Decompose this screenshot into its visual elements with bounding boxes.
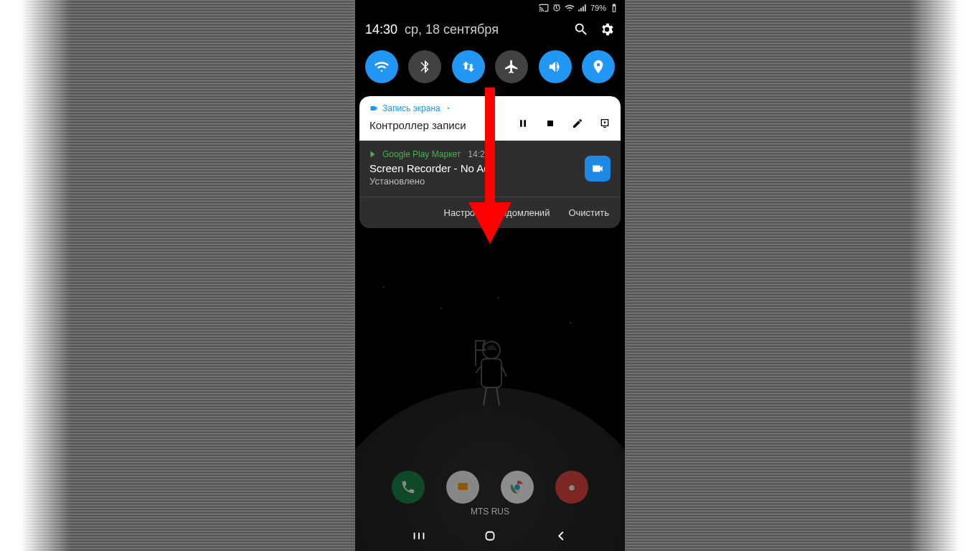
pause-button[interactable] (517, 118, 529, 132)
data-transfer-icon (461, 59, 476, 75)
back-button[interactable] (553, 528, 569, 544)
svg-line-3 (476, 366, 481, 373)
toggle-sound[interactable] (539, 50, 572, 83)
camcorder-icon (369, 104, 378, 113)
volume-icon (547, 59, 563, 75)
home-button[interactable] (482, 528, 498, 544)
play-subtitle: Установлено (369, 176, 611, 187)
svg-line-6 (496, 387, 499, 405)
notification-settings-button[interactable]: Настройки уведомлений (444, 207, 550, 218)
gear-icon[interactable] (599, 22, 615, 37)
date-label: ср, 18 сентября (405, 22, 499, 37)
chevron-down-icon[interactable] (445, 105, 452, 112)
notification-footer: Настройки уведомлений Очистить (359, 197, 621, 228)
battery-percent: 79% (590, 4, 606, 12)
background-static-left (0, 0, 355, 551)
recorder-app-name: Запись экрана (382, 103, 440, 113)
status-bar: 79% (355, 0, 625, 16)
svg-line-5 (484, 387, 486, 405)
carrier-label: MTS RUS (355, 507, 625, 517)
notification-google-play[interactable]: Google Play Маркет 14:28 Screen Recorder… (359, 141, 621, 197)
svg-point-7 (604, 121, 606, 123)
background-static-right (625, 0, 980, 551)
recents-button[interactable] (411, 528, 427, 544)
toggle-bluetooth[interactable] (408, 50, 441, 83)
svg-rect-13 (486, 532, 494, 540)
play-timestamp: 14:28 (468, 149, 489, 159)
astronaut-illustration (458, 337, 522, 419)
play-title: Screen Recorder - No Ads (369, 162, 611, 174)
play-store-icon (369, 150, 378, 159)
quick-settings-header: 14:30 ср, 18 сентября (355, 16, 625, 46)
recorder-title: Контроллер записи (369, 119, 466, 131)
clear-all-button[interactable]: Очистить (568, 207, 609, 218)
svg-rect-0 (481, 359, 501, 387)
edit-button[interactable] (572, 118, 583, 132)
clock-time: 14:30 (365, 22, 397, 37)
navigation-bar (355, 521, 625, 551)
toggle-mobile-data[interactable] (452, 50, 485, 83)
quick-toggles-row (355, 46, 625, 96)
camcorder-icon (591, 162, 604, 175)
wifi-icon (565, 3, 575, 13)
toggle-wifi[interactable] (365, 50, 398, 83)
location-icon (590, 59, 606, 75)
stop-button[interactable] (545, 118, 556, 132)
notifications-card: Запись экрана Контроллер записи G (359, 96, 621, 228)
front-camera-button[interactable] (599, 118, 611, 132)
installed-app-icon[interactable] (585, 156, 611, 182)
svg-line-4 (501, 366, 507, 377)
play-app-name: Google Play Маркет (382, 149, 461, 159)
notification-screen-recorder[interactable]: Запись экрана Контроллер записи (359, 96, 621, 141)
battery-icon (609, 3, 619, 13)
notification-shade: Запись экрана Контроллер записи G (355, 96, 625, 228)
phone-screenshot: 79% 14:30 ср, 18 сентября (355, 0, 625, 551)
search-icon[interactable] (573, 22, 589, 37)
alarm-icon (552, 3, 562, 13)
airplane-icon (504, 59, 519, 75)
toggle-airplane[interactable] (495, 50, 528, 83)
signal-icon (578, 3, 588, 13)
cast-icon (539, 3, 549, 13)
wifi-icon (374, 59, 390, 75)
bluetooth-icon (417, 59, 433, 75)
toggle-location[interactable] (582, 50, 615, 83)
